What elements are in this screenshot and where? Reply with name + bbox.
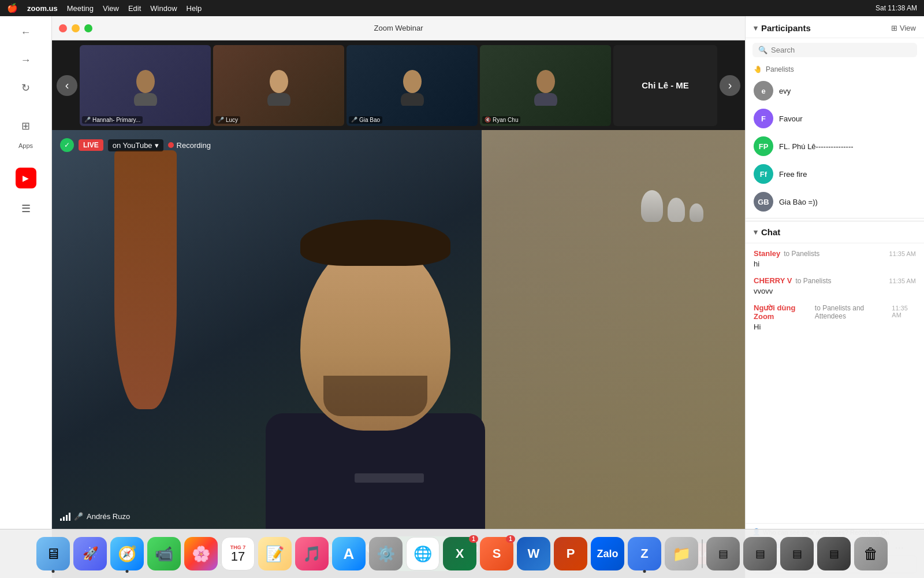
dock-launchpad[interactable]: 🚀 — [73, 537, 107, 570]
participant-thumb-lucy: 🎤 Lucy — [213, 45, 344, 126]
dash4-icon: ▤ — [829, 547, 839, 560]
participants-header: ▾ Participants ⊞ View — [746, 16, 924, 38]
svg-rect-1 — [134, 93, 157, 106]
dock-chrome[interactable]: 🌐 — [406, 537, 439, 570]
sidebar-grid[interactable]: ⊞ — [14, 114, 38, 138]
mac-menubar: 🍎 zoom.us Meeting View Edit Window Help … — [0, 0, 924, 16]
excel-badge: 1 — [469, 535, 478, 543]
chat-section: ▾ Chat Stanley to Panelists 11:35 AM hi … — [746, 221, 924, 578]
excel-icon: X — [456, 546, 464, 561]
dock-trash[interactable]: 🗑 — [854, 537, 888, 570]
participant-name-evy: evy — [779, 87, 791, 95]
view-icon: ⊞ — [891, 24, 897, 32]
list-item[interactable]: GB Gia Bào =)) — [746, 188, 924, 216]
sidebar-youtube-icon[interactable]: ▶ — [16, 168, 36, 188]
menu-edit[interactable]: Edit — [128, 4, 141, 13]
participant-thumb-ryanchu: 🔇 Ryan Chu — [480, 45, 611, 126]
chat-text-2: Hi — [754, 323, 916, 331]
panelists-icon: 🤚 — [754, 65, 762, 73]
dock-word[interactable]: W — [517, 537, 550, 570]
search-box: 🔍 — [752, 43, 917, 57]
list-item[interactable]: e evy — [746, 77, 924, 105]
chat-messages: Stanley to Panelists 11:35 AM hi CHERRY … — [746, 243, 924, 523]
sidebar-apps-label: Apps — [18, 142, 33, 149]
menubar-time: Sat 11:38 AM — [875, 4, 917, 12]
main-video-bg — [52, 130, 745, 529]
chat-time-0: 11:35 AM — [889, 250, 916, 257]
dock-dash4[interactable]: ▤ — [817, 537, 851, 570]
dock-ppt[interactable]: P — [554, 537, 587, 570]
chrome-icon: 🌐 — [413, 545, 432, 563]
dock-sketchbook[interactable]: S 1 — [480, 537, 513, 570]
list-item[interactable]: FP FL. Phú Lê--------------- — [746, 132, 924, 160]
dash1-icon: ▤ — [718, 547, 728, 560]
dock-dash2[interactable]: ▤ — [743, 537, 777, 570]
dock-excel[interactable]: X 1 — [443, 537, 476, 570]
dock-music[interactable]: 🎵 — [295, 537, 329, 570]
participant-name-giabao2: Gia Bào =)) — [779, 198, 818, 206]
dock-safari[interactable]: 🧭 — [110, 537, 144, 570]
chat-to-2: to Panelists and Attendees — [815, 304, 888, 320]
participants-collapse-icon[interactable]: ▾ — [754, 24, 758, 32]
apple-menu[interactable]: 🍎 — [7, 3, 18, 13]
participant-name-lucy: 🎤 Lucy — [215, 116, 240, 124]
participant-strip: ‹ 🎤 Hannah- Primary... 🎤 Lucy — [52, 40, 745, 130]
strip-next-button[interactable]: › — [720, 75, 740, 96]
chat-time-1: 11:35 AM — [889, 277, 916, 284]
menu-window[interactable]: Window — [150, 4, 177, 13]
dock-notes[interactable]: 📝 — [258, 537, 292, 570]
list-item[interactable]: F Favour — [746, 105, 924, 132]
sidebar-back[interactable]: ← — [14, 21, 38, 44]
chat-sender-0: Stanley — [754, 249, 780, 258]
dock-files[interactable]: 📁 — [665, 537, 698, 570]
participant-thumb-giabao: 🎤 Gia Bao — [346, 45, 478, 126]
close-button[interactable] — [59, 24, 67, 32]
dock-calendar[interactable]: THG 7 17 — [221, 537, 255, 570]
finder-icon: 🖥 — [46, 545, 61, 563]
zalo-icon: Zalo — [597, 548, 618, 560]
minimize-button[interactable] — [72, 24, 80, 32]
maximize-button[interactable] — [84, 24, 92, 32]
participant-name-fp: FL. Phú Lê--------------- — [779, 142, 854, 151]
avatar-freefire: Ff — [754, 164, 773, 184]
dock-photos[interactable]: 🌸 — [184, 537, 218, 570]
dock-zoom[interactable]: Z — [628, 537, 661, 570]
trash-icon: 🗑 — [863, 545, 878, 563]
dock-finder[interactable]: 🖥 — [36, 537, 70, 570]
dock-dash1[interactable]: ▤ — [706, 537, 740, 570]
mic-muted-icon: 🎤 — [74, 512, 83, 521]
sidebar-hamburger-icon[interactable]: ☰ — [21, 202, 31, 215]
chat-sender-1: CHERRY V — [754, 276, 792, 285]
dock-zalo[interactable]: Zalo — [591, 537, 624, 570]
dash2-icon: ▤ — [755, 547, 765, 560]
on-youtube-label[interactable]: on YouTube ▾ — [108, 139, 163, 151]
ppt-icon: P — [567, 546, 575, 561]
chat-collapse-icon[interactable]: ▾ — [754, 228, 758, 236]
appstore-icon: A — [344, 545, 355, 563]
dock-sep — [702, 539, 703, 568]
dock-appstore[interactable]: A — [332, 537, 366, 570]
menu-view[interactable]: View — [103, 4, 119, 13]
participant-name-freefire: Free fire — [779, 170, 807, 179]
dock-dash3[interactable]: ▤ — [780, 537, 814, 570]
participant-name-ryanchu: 🔇 Ryan Chu — [482, 116, 520, 124]
strip-prev-button[interactable]: ‹ — [57, 75, 77, 96]
view-button[interactable]: ⊞ View — [891, 24, 916, 32]
list-item[interactable]: Ff Free fire — [746, 160, 924, 188]
menu-meeting[interactable]: Meeting — [67, 4, 94, 13]
photos-icon: 🌸 — [192, 545, 210, 563]
right-panel: ▾ Participants ⊞ View 🔍 🤚 Panelists e ev… — [745, 16, 924, 578]
recording-dot-icon — [168, 142, 174, 148]
dock-settings[interactable]: ⚙️ — [369, 537, 403, 570]
menu-help[interactable]: Help — [187, 4, 202, 13]
svg-point-6 — [536, 70, 555, 93]
recording-indicator: Recording — [168, 141, 211, 150]
left-sidebar: ← → ↻ ⊞ Apps ▶ ☰ — [0, 16, 52, 578]
zoom-window: Zoom Webinar ‹ 🎤 Hannah- Primary... 🎤 — [52, 16, 745, 578]
dock-facetime[interactable]: 📹 — [147, 537, 181, 570]
sidebar-refresh[interactable]: ↻ — [14, 76, 38, 99]
search-input[interactable] — [771, 46, 911, 54]
sidebar-forward[interactable]: → — [14, 49, 38, 72]
app-name-menu[interactable]: zoom.us — [27, 4, 58, 13]
avatar-evy: e — [754, 81, 773, 101]
